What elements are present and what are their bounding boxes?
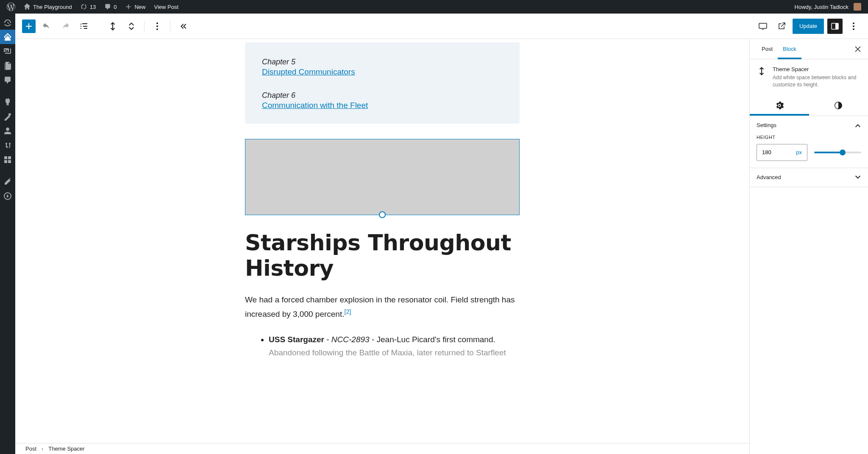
editor-toolbar: Update	[15, 14, 868, 39]
chevron-up-icon	[854, 122, 861, 129]
svg-rect-10	[835, 23, 838, 29]
list-item[interactable]: USS Stargazer - NCC-2893 - Jean-Luc Pica…	[269, 333, 520, 360]
block-desc: Add white space between blocks and custo…	[773, 74, 861, 89]
settings-section-toggle[interactable]: Settings	[750, 116, 868, 135]
toc-card[interactable]: Chapter 5 Disrupted Communicators Chapte…	[245, 42, 520, 124]
sidebar-settings[interactable]	[0, 152, 15, 167]
tab-block[interactable]: Block	[778, 39, 801, 59]
height-slider[interactable]	[814, 152, 861, 153]
height-label: HEIGHT	[757, 135, 861, 140]
settings-tab[interactable]	[750, 95, 809, 116]
body-paragraph[interactable]: We had a forced chamber explosion in the…	[245, 293, 520, 321]
comments-count: 0	[114, 4, 117, 10]
page-heading[interactable]: Starships Throughout History	[245, 230, 520, 281]
block-title: Theme Spacer	[773, 66, 861, 72]
ship-registry: NCC-2893	[331, 335, 370, 344]
more-options-button[interactable]	[846, 19, 861, 34]
svg-point-7	[156, 28, 158, 30]
chevron-down-icon	[854, 174, 861, 181]
toc-link[interactable]: Communication with the Fleet	[262, 101, 503, 110]
sidebar-media[interactable]	[0, 44, 15, 58]
section-title: Advanced	[757, 174, 781, 180]
sidebar-collapse[interactable]	[0, 189, 15, 203]
spacer-block[interactable]	[245, 139, 520, 215]
breadcrumb: Post › Theme Spacer	[15, 443, 749, 454]
tab-post[interactable]: Post	[757, 39, 778, 59]
move-buttons[interactable]	[124, 19, 139, 34]
svg-point-6	[156, 25, 158, 27]
sidebar-posts[interactable]	[0, 30, 15, 44]
list-view-button[interactable]	[76, 19, 92, 34]
svg-point-11	[853, 22, 854, 24]
ship-name: USS Stargazer	[269, 335, 324, 344]
avatar	[854, 3, 861, 11]
svg-rect-0	[4, 156, 7, 159]
ship-desc2: Abandoned following the Battle of Maxia,…	[269, 348, 506, 357]
section-title: Settings	[757, 122, 776, 128]
height-input[interactable]	[762, 149, 783, 155]
collapse-button[interactable]	[175, 19, 191, 34]
toc-link[interactable]: Disrupted Communicators	[262, 67, 503, 77]
spacer-resize-handle[interactable]	[379, 211, 386, 218]
wp-logo[interactable]	[3, 0, 19, 14]
styles-tab[interactable]	[809, 95, 868, 116]
editor-canvas[interactable]: Chapter 5 Disrupted Communicators Chapte…	[15, 39, 749, 454]
preview-button[interactable]	[774, 19, 789, 34]
height-input-wrap: px	[757, 144, 807, 161]
slider-thumb[interactable]	[840, 149, 846, 155]
howdy-link[interactable]: Howdy, Justin Tadlock	[791, 0, 865, 14]
sidebar-tools[interactable]	[0, 138, 15, 152]
separator	[170, 21, 170, 31]
paragraph-text: We had a forced chamber explosion in the…	[245, 295, 515, 319]
sidebar-toggle-button[interactable]	[827, 19, 843, 34]
svg-rect-1	[8, 156, 11, 159]
sidebar-edit[interactable]	[0, 174, 15, 189]
svg-rect-2	[4, 160, 7, 163]
preview-desktop-button[interactable]	[755, 19, 771, 34]
home-link[interactable]: The Playground	[20, 0, 75, 14]
view-post-link[interactable]: View Post	[151, 0, 182, 14]
inspector-panel: Post Block Theme Spacer Add white space …	[749, 39, 868, 454]
view-post-label: View Post	[154, 4, 179, 10]
toc-label: Chapter 5	[262, 58, 503, 66]
new-link[interactable]: New	[122, 0, 149, 14]
sidebar-plugins[interactable]	[0, 95, 15, 109]
updates-count: 13	[90, 4, 96, 10]
update-button[interactable]: Update	[793, 19, 824, 34]
wp-admin-sidebar	[0, 14, 15, 454]
toc-label: Chapter 6	[262, 91, 503, 100]
admin-bar: The Playground 13 0 New View Post Howdy,…	[0, 0, 868, 14]
undo-button[interactable]	[39, 19, 54, 34]
comments-link[interactable]: 0	[101, 0, 120, 14]
site-name: The Playground	[33, 4, 72, 10]
breadcrumb-spacer[interactable]: Theme Spacer	[48, 446, 84, 452]
sidebar-pages[interactable]	[0, 58, 15, 73]
sidebar-users[interactable]	[0, 124, 15, 138]
spacer-icon-button[interactable]	[105, 19, 120, 34]
new-label: New	[134, 4, 145, 10]
howdy-text: Howdy, Justin Tadlock	[795, 4, 849, 10]
ship-list[interactable]: USS Stargazer - NCC-2893 - Jean-Luc Pica…	[245, 333, 520, 360]
svg-point-13	[853, 28, 854, 30]
add-block-button[interactable]	[22, 19, 36, 33]
ship-desc: - Jean-Luc Picard's first command.	[370, 335, 495, 344]
advanced-section-toggle[interactable]: Advanced	[750, 168, 868, 187]
breadcrumb-sep: ›	[42, 446, 43, 452]
svg-point-12	[853, 25, 854, 27]
breadcrumb-post[interactable]: Post	[25, 446, 36, 452]
sidebar-comments[interactable]	[0, 73, 15, 87]
redo-button[interactable]	[58, 19, 73, 34]
svg-rect-3	[8, 160, 11, 163]
height-unit[interactable]: px	[796, 149, 802, 155]
options-button[interactable]	[150, 19, 165, 34]
separator	[144, 21, 145, 31]
close-inspector-button[interactable]	[853, 44, 863, 54]
sidebar-dashboard[interactable]	[0, 15, 15, 30]
svg-rect-8	[759, 23, 767, 28]
spacer-icon	[757, 66, 767, 76]
footnote-link[interactable]: [2]	[345, 308, 351, 315]
svg-point-5	[156, 22, 158, 24]
updates-link[interactable]: 13	[77, 0, 99, 14]
sidebar-appearance[interactable]	[0, 109, 15, 124]
